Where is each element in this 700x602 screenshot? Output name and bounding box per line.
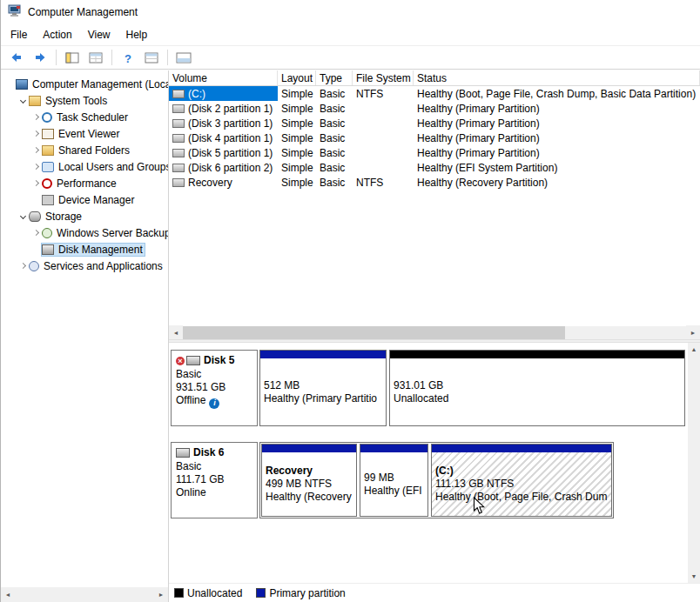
scroll-down-button[interactable]: ▼ [688,570,700,583]
tree-item-local-users-and-groups[interactable]: Local Users and Groups [1,158,168,175]
scrollbar-thumb[interactable] [183,326,565,339]
volume-cell: (Disk 5 partition 1) [169,145,278,160]
tree-item-label: Computer Management (Local [31,78,168,90]
expander-icon[interactable] [17,98,28,103]
expander-icon[interactable] [17,214,28,218]
console-tree: Computer Management (LocalSystem ToolsTa… [1,70,168,587]
toolbar-separator [167,50,168,65]
partition-box-c[interactable]: (C:)111.13 GB NTFSHealthy (Boot, Page Fi… [431,444,612,517]
forward-arrow-icon[interactable] [30,48,50,67]
menu-action[interactable]: Action [35,26,79,43]
partition-title: (C:) [435,465,608,478]
volume-cell: (Disk 4 partition 1) [169,130,278,145]
expander-icon[interactable] [30,131,41,136]
legend-item-primary-partition: Primary partition [256,587,345,599]
menu-file[interactable]: File [3,26,35,43]
console-tree-icon[interactable] [62,48,83,67]
partition-status: Healthy (Boot, Page File, Crash Dum [435,491,608,504]
tree-item-services-and-applications[interactable]: Services and Applications [1,258,168,274]
volume-row-disk-2-partition-1[interactable]: (Disk 2 partition 1)SimpleBasicHealthy (… [169,101,700,116]
volume-cell: Recovery [169,175,278,190]
expander-icon[interactable] [30,164,41,169]
tree-item-device-manager[interactable]: Device Manager [1,191,168,208]
disk-pane-vertical-scrollbar[interactable]: ▲ ▼ [688,343,700,583]
computer-icon [16,79,28,90]
volume-row-disk-5-partition-1[interactable]: (Disk 5 partition 1)SimpleBasicHealthy (… [169,145,700,160]
column-header-file-system[interactable]: File System [353,70,414,85]
disk-header-box[interactable]: Disk 5Basic931.51 GBOfflinei [171,350,258,426]
partition-size: 499 MB NTFS [266,478,353,491]
partition-status: Healthy (Recovery [266,491,353,504]
tree-item-label: Disk Management [57,244,143,256]
volume-name: (Disk 2 partition 1) [188,103,273,115]
layout-cell: Simple [278,116,316,130]
layout-cell: Simple [278,130,316,145]
primary-color-bar [360,445,427,452]
tree-item-task-scheduler[interactable]: Task Scheduler [1,109,168,125]
volume-row-c[interactable]: (C:)SimpleBasicNTFSHealthy (Boot, Page F… [169,86,700,101]
expander-icon[interactable] [17,264,28,268]
expander-icon[interactable] [30,181,41,185]
toolbar: ? [1,45,700,70]
tree-horizontal-scrollbar[interactable]: ◄ ► [1,587,168,602]
column-header-volume[interactable]: Volume [169,70,278,85]
column-header-layout[interactable]: Layout [278,70,316,85]
toolbar-separator [56,50,57,65]
column-header-status[interactable]: Status [414,70,700,85]
tree-item-system-tools[interactable]: System Tools [1,92,168,109]
scroll-right-button[interactable]: ► [154,587,168,602]
scroll-left-button[interactable]: ◄ [169,325,183,340]
volume-row-disk-3-partition-1[interactable]: (Disk 3 partition 1)SimpleBasicHealthy (… [169,116,700,130]
disk-header-box[interactable]: Disk 6Basic111.71 GBOnline [171,442,258,518]
volume-row-disk-6-partition-2[interactable]: (Disk 6 partition 2)SimpleBasicHealthy (… [169,160,700,175]
export-list-icon[interactable] [85,48,106,67]
partition-box-healthy-primary-partitio[interactable]: 512 MBHealthy (Primary Partitio [259,350,387,426]
tree-item-performance[interactable]: Performance [1,175,168,191]
tree-item-windows-server-backup[interactable]: Windows Server Backup [1,224,168,241]
scroll-up-button[interactable]: ▲ [688,343,700,356]
help-icon[interactable]: ? [118,48,138,67]
panel-view-icon[interactable] [173,48,194,67]
volume-cell: (Disk 6 partition 2) [169,160,278,175]
volume-list: (C:)SimpleBasicNTFSHealthy (Boot, Page F… [169,86,700,326]
properties-list-icon[interactable] [141,48,162,67]
menu-view[interactable]: View [80,26,118,43]
menu-help[interactable]: Help [118,26,156,43]
partition-box-recovery[interactable]: Recovery499 MB NTFSHealthy (Recovery [261,444,357,517]
volume-row-recovery[interactable]: RecoverySimpleBasicNTFSHealthy (Recovery… [169,175,700,190]
window-title: Computer Management [28,6,138,18]
expander-icon[interactable] [30,148,41,152]
tree-item-shared-folders[interactable]: Shared Folders [1,142,168,158]
disk-name: Disk 6 [193,446,224,459]
legend-item-unallocated: Unallocated [174,587,242,599]
offline-info-icon[interactable]: i [209,398,219,409]
tree-item-disk-management[interactable]: Disk Management [1,241,168,258]
shared-folders-icon [42,145,54,156]
partition-box-healthy-efi[interactable]: 99 MBHealthy (EFI [360,444,428,517]
partition-box-unallocated[interactable]: 931.01 GBUnallocated [389,350,685,426]
primary-color-bar [262,445,356,452]
svg-text:?: ? [125,51,131,64]
disk-name: Disk 5 [204,354,234,367]
volume-row-disk-4-partition-1[interactable]: (Disk 4 partition 1)SimpleBasicHealthy (… [169,130,700,145]
status-cell: Healthy (Primary Partition) [414,145,700,160]
layout-cell: Simple [278,160,316,175]
file-system-cell [353,101,414,116]
expander-icon[interactable] [30,231,41,235]
tree-item-computer-management-local[interactable]: Computer Management (Local [1,76,168,92]
volume-icon [172,178,185,187]
volume-name: (Disk 5 partition 1) [188,147,273,159]
tree-item-storage[interactable]: Storage [1,208,168,224]
column-header-type[interactable]: Type [316,70,353,85]
tree-item-event-viewer[interactable]: Event Viewer [1,125,168,142]
scroll-right-button[interactable]: ► [686,325,700,340]
computer-management-window: Computer Management FileActionViewHelp ?… [0,0,700,602]
volume-list-horizontal-scrollbar[interactable]: ◄ ► [169,326,700,339]
tree-item-label: Local Users and Groups [57,161,168,173]
scroll-left-button[interactable]: ◄ [1,587,15,602]
disk-row-disk-5: Disk 5Basic931.51 GBOfflinei512 MBHealth… [171,350,688,426]
expander-icon[interactable] [30,115,41,119]
primary-partition-swatch [256,588,266,598]
back-arrow-icon[interactable] [6,48,27,67]
disk-status: Offline [176,394,205,406]
